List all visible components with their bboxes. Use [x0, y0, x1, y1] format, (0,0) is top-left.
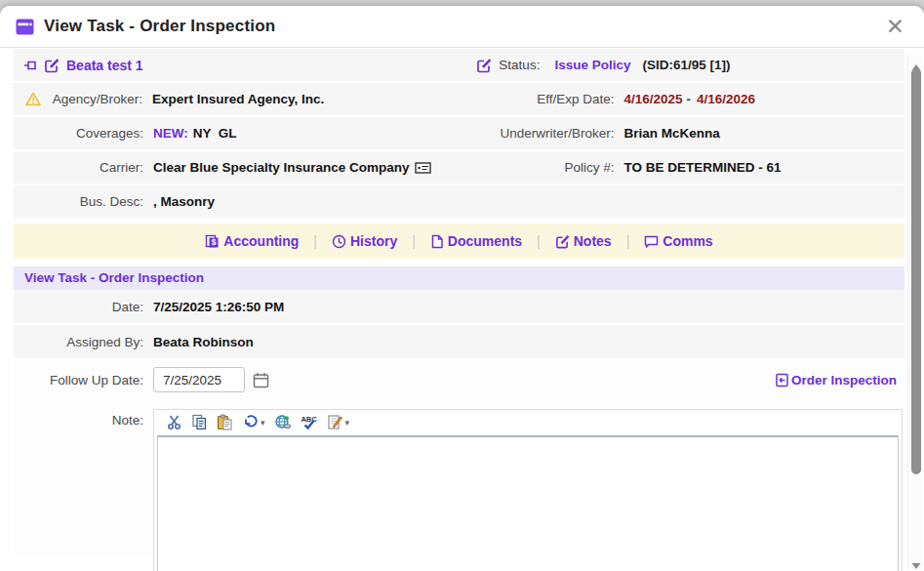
- scroll-down-icon[interactable]: [911, 556, 921, 564]
- agency-value: Expert Insured Agency, Inc.: [152, 92, 324, 106]
- quick-links-band: $ Accounting | History | Documents: [14, 224, 904, 259]
- note-text-area[interactable]: [157, 435, 899, 571]
- edit-status-icon[interactable]: [476, 58, 492, 73]
- carrier-label: Carrier:: [14, 160, 143, 175]
- tab-comms-label: Comms: [663, 233, 712, 249]
- copy-icon[interactable]: [191, 414, 208, 430]
- spell-check-icon[interactable]: ABC: [301, 414, 318, 430]
- order-inspection-icon: [775, 373, 789, 387]
- coverages-label: Coverages:: [14, 126, 143, 141]
- order-inspection-label: Order Inspection: [791, 373, 897, 387]
- scrollbar-thumb[interactable]: [911, 68, 921, 474]
- tab-documents-label: Documents: [448, 233, 522, 249]
- accounting-icon: $: [205, 234, 220, 249]
- tab-history[interactable]: History: [332, 233, 397, 249]
- header-row-busdesc: Bus. Desc: , Masonry: [14, 185, 904, 220]
- effexp-label: Eff/Exp Date:: [467, 92, 614, 106]
- tab-notes[interactable]: Notes: [555, 233, 612, 249]
- header-row-carrier-policy: Carrier: Clear Blue Specialty Insurance …: [14, 151, 904, 185]
- eff-date: 4/16/2025: [623, 92, 682, 106]
- coverages-value: NY GL: [193, 126, 237, 141]
- note-rich-text-editor: ▾ ABC ▾: [153, 409, 903, 571]
- tab-separator: |: [626, 233, 630, 249]
- cut-icon[interactable]: [166, 414, 182, 430]
- tab-separator: |: [412, 233, 416, 249]
- underwriter-label: Underwriter/Broker:: [467, 126, 614, 141]
- status-label: Status:: [499, 58, 540, 72]
- tab-accounting-label: Accounting: [223, 233, 299, 249]
- assigned-by-label: Assigned By:: [14, 335, 143, 349]
- edit-task-icon[interactable]: [44, 58, 60, 73]
- history-icon: [332, 234, 346, 249]
- status-sid: (SID:61/95 [1]): [642, 58, 730, 72]
- modal-titlebar: View Task - Order Inspection ✕: [0, 6, 924, 48]
- tab-comms[interactable]: Comms: [644, 233, 712, 249]
- date-value: 7/25/2025 1:26:50 PM: [153, 300, 284, 314]
- header-row-task-status: Beata test 1 Status: Issue Policy (SID:6…: [14, 49, 904, 83]
- calendar-icon[interactable]: [253, 372, 269, 388]
- modal-content: Beata test 1 Status: Issue Policy (SID:6…: [14, 49, 904, 571]
- comms-icon: [644, 234, 659, 249]
- format-painter-icon[interactable]: ▾: [327, 414, 350, 430]
- followup-label: Follow Up Date:: [14, 373, 143, 387]
- insert-link-icon[interactable]: [274, 414, 292, 430]
- section-title: View Task - Order Inspection: [14, 266, 904, 290]
- view-task-modal: View Task - Order Inspection ✕ Beata tes…: [0, 6, 924, 571]
- status-value-link[interactable]: Issue Policy: [554, 58, 630, 72]
- window-icon: [16, 19, 34, 35]
- contact-card-icon[interactable]: [415, 161, 431, 175]
- underwriter-value: Brian McKenna: [623, 126, 719, 141]
- task-row-date: Date: 7/25/2025 1:26:50 PM: [14, 290, 904, 325]
- date-separator: -: [687, 92, 692, 106]
- task-name-link[interactable]: Beata test 1: [66, 58, 143, 73]
- tab-separator: |: [313, 233, 317, 249]
- documents-icon: [430, 234, 444, 249]
- followup-date-input[interactable]: [153, 367, 245, 392]
- carrier-value: Clear Blue Specialty Insurance Company: [153, 160, 410, 175]
- date-label: Date:: [14, 300, 143, 314]
- rte-toolbar: ▾ ABC ▾: [154, 410, 902, 433]
- close-icon[interactable]: ✕: [882, 14, 908, 40]
- coverages-new-badge: NEW:: [153, 126, 188, 141]
- order-inspection-link[interactable]: Order Inspection: [775, 373, 897, 387]
- busdesc-value: , Masonry: [153, 194, 215, 209]
- header-row-coverages-underwriter: Coverages: NEW: NY GL Underwriter/Broker…: [14, 117, 904, 151]
- assigned-by-value: Beata Robinson: [153, 335, 254, 349]
- undo-dropdown-caret[interactable]: ▾: [261, 418, 265, 428]
- view-task-dialog-screen: View Task - Order Inspection ✕ Beata tes…: [0, 0, 924, 571]
- format-painter-dropdown-caret[interactable]: ▾: [345, 418, 350, 428]
- paste-icon[interactable]: [217, 414, 233, 430]
- tab-history-label: History: [350, 233, 397, 249]
- task-row-assigned-by: Assigned By: Beata Robinson: [14, 325, 904, 360]
- svg-text:$: $: [212, 237, 217, 247]
- tab-separator: |: [537, 233, 541, 249]
- vertical-scrollbar[interactable]: [907, 54, 923, 570]
- scroll-up-icon[interactable]: [911, 58, 921, 65]
- policy-label: Policy #:: [467, 160, 614, 175]
- busdesc-label: Bus. Desc:: [14, 194, 143, 209]
- notes-icon: [555, 234, 570, 249]
- svg-text:ABC: ABC: [301, 415, 317, 424]
- warning-icon: [25, 92, 41, 106]
- exp-date: 4/16/2026: [697, 92, 755, 106]
- tab-accounting[interactable]: $ Accounting: [205, 233, 299, 249]
- task-row-note: Note: ▾: [14, 401, 904, 557]
- note-label: Note:: [14, 409, 143, 428]
- undo-icon[interactable]: ▾: [242, 414, 265, 430]
- policy-value: TO BE DETERMINED - 61: [623, 160, 781, 175]
- pin-icon[interactable]: [23, 59, 37, 72]
- modal-title: View Task - Order Inspection: [44, 17, 275, 36]
- header-row-agency-effexp: Agency/Broker: Expert Insured Agency, In…: [14, 83, 904, 117]
- agency-label: Agency/Broker:: [41, 92, 142, 106]
- tab-notes-label: Notes: [574, 233, 612, 249]
- tab-documents[interactable]: Documents: [430, 233, 522, 249]
- task-row-followup: Follow Up Date: Order Inspection: [14, 360, 904, 401]
